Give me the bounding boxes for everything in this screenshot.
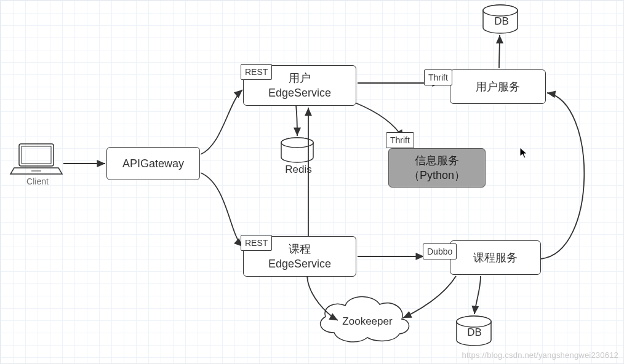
svg-point-7 [457, 316, 491, 327]
rest-tag-course: REST [241, 235, 272, 251]
svg-layer [1, 1, 624, 364]
svg-rect-1 [22, 146, 51, 164]
course-edgeservice-label: 课程 EdgeService [268, 242, 331, 272]
svg-point-8 [457, 316, 491, 327]
info-service-box: 信息服务 （Python） [388, 148, 486, 188]
course-service-box: 课程服务 [450, 240, 541, 275]
svg-point-5 [281, 138, 313, 148]
db-top-label: DB [493, 15, 510, 28]
cursor-icon [519, 147, 528, 159]
user-service-box: 用户服务 [450, 69, 546, 104]
redis-label: Redis [284, 164, 313, 176]
redis-cylinder-icon [281, 138, 313, 162]
thrift-tag-info: Thrift [386, 132, 414, 148]
zookeeper-label: Zookeeper [338, 315, 397, 328]
api-gateway-label: APIGateway [122, 156, 184, 171]
laptop-icon [10, 144, 62, 174]
dubbo-tag: Dubbo [423, 243, 457, 259]
client-label: Client [25, 176, 50, 186]
thrift-tag-user: Thrift [424, 69, 452, 85]
svg-point-4 [483, 5, 518, 16]
svg-rect-0 [19, 144, 54, 166]
info-service-label: 信息服务 （Python） [409, 153, 465, 183]
svg-point-6 [281, 138, 313, 148]
watermark-text: https://blog.csdn.net/yangshengwei230612 [462, 350, 618, 360]
course-service-label: 课程服务 [473, 250, 518, 265]
db-bottom-label: DB [466, 326, 483, 339]
api-gateway-box: APIGateway [106, 147, 200, 180]
user-service-label: 用户服务 [476, 79, 520, 94]
user-edgeservice-label: 用户 EdgeService [268, 71, 331, 101]
rest-tag-user: REST [241, 64, 272, 80]
diagram-canvas: Client APIGateway 用户 EdgeService REST 课程… [0, 0, 624, 364]
svg-point-3 [483, 5, 518, 16]
